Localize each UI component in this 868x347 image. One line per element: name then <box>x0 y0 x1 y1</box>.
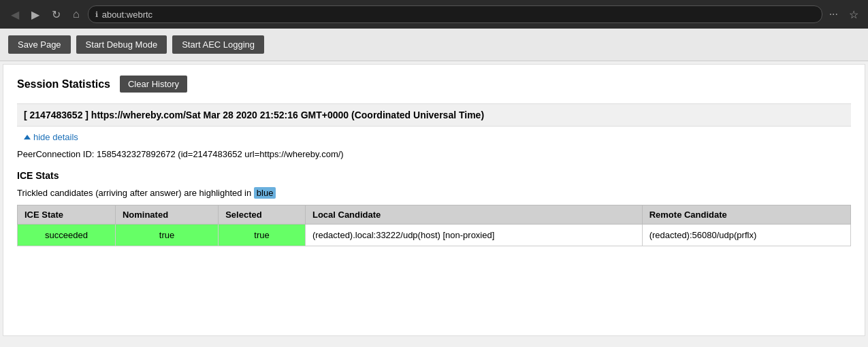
cell-nominated: true <box>115 225 218 246</box>
aec-logging-button[interactable]: Start AEC Logging <box>172 35 264 54</box>
reload-button[interactable]: ↻ <box>48 5 65 24</box>
ice-stats-title: ICE Stats <box>17 170 851 181</box>
browser-actions: ··· ☆ <box>826 5 861 24</box>
table-row: succeededtruetrue(redacted).local:33222/… <box>18 225 851 246</box>
info-icon: ℹ <box>95 10 98 19</box>
trickled-blue-highlight: blue <box>254 187 276 199</box>
table-header-row: ICE State Nominated Selected Local Candi… <box>18 205 851 225</box>
col-header-selected: Selected <box>219 205 306 225</box>
trickled-note: Trickled candidates (arriving after answ… <box>17 188 851 198</box>
trickled-note-prefix: Trickled candidates (arriving after answ… <box>17 188 251 198</box>
main-content: Session Statistics Clear History [ 21474… <box>3 64 865 336</box>
hide-details-label: hide details <box>33 132 78 142</box>
more-button[interactable]: ··· <box>826 5 841 24</box>
session-header: Session Statistics Clear History <box>17 76 851 93</box>
triangle-up-icon <box>24 135 31 139</box>
session-info-bar: [ 2147483652 ] https://whereby.com/Sat M… <box>17 103 851 127</box>
ice-table: ICE State Nominated Selected Local Candi… <box>17 205 851 246</box>
forward-button[interactable]: ▶ <box>27 5 44 24</box>
clear-history-button[interactable]: Clear History <box>120 76 187 93</box>
bookmark-button[interactable]: ☆ <box>846 5 861 24</box>
peer-connection-id: PeerConnection ID: 1585432327892672 (id=… <box>17 149 851 159</box>
session-statistics-title: Session Statistics <box>17 78 110 90</box>
home-button[interactable]: ⌂ <box>69 5 84 23</box>
address-bar[interactable]: ℹ about:webrtc <box>88 5 822 23</box>
back-button[interactable]: ◀ <box>7 5 23 24</box>
debug-mode-button[interactable]: Start Debug Mode <box>76 35 167 54</box>
cell-selected: true <box>219 225 306 246</box>
col-header-remote-candidate: Remote Candidate <box>642 205 850 225</box>
cell-ice-state: succeeded <box>18 225 116 246</box>
cell-remote-candidate: (redacted):56080/udp(prflx) <box>642 225 850 246</box>
toolbar: Save Page Start Debug Mode Start AEC Log… <box>0 29 868 61</box>
hide-details-link[interactable]: hide details <box>24 132 851 142</box>
cell-local-candidate: (redacted).local:33222/udp(host) [non-pr… <box>305 225 642 246</box>
browser-chrome: ◀ ▶ ↻ ⌂ ℹ about:webrtc ··· ☆ <box>0 0 868 29</box>
col-header-nominated: Nominated <box>115 205 218 225</box>
url-text: about:webrtc <box>102 10 152 20</box>
col-header-ice-state: ICE State <box>18 205 116 225</box>
save-page-button[interactable]: Save Page <box>8 35 71 54</box>
col-header-local-candidate: Local Candidate <box>305 205 642 225</box>
